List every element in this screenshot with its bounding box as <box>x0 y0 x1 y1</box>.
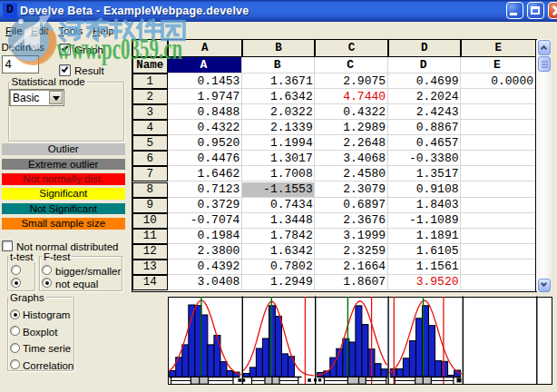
svg-text:www.pc0359.cn: www.pc0359.cn <box>57 32 183 65</box>
